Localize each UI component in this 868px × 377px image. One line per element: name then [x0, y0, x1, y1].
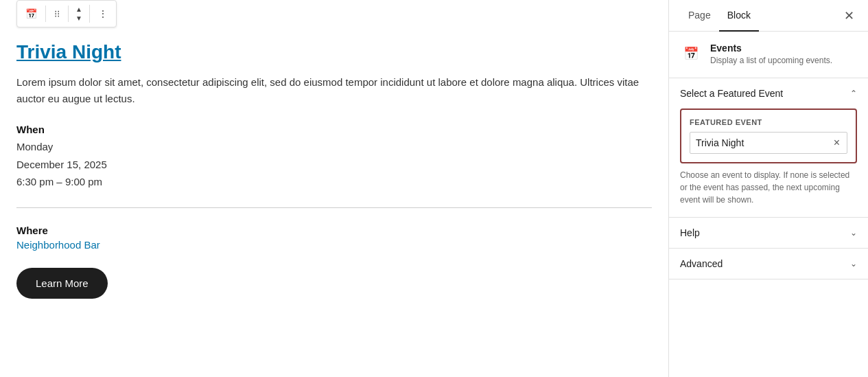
toolbar-group-arrows: ▲ ▼ [69, 5, 90, 23]
featured-event-label: FEATURED EVENT [690, 118, 847, 126]
featured-event-hint: Choose an event to display. If none is s… [680, 169, 857, 206]
featured-event-section-title: Select a Featured Event [680, 88, 783, 99]
featured-event-content: FEATURED EVENT × Choose an event to disp… [669, 108, 868, 217]
when-label: When [16, 124, 652, 135]
section-divider [16, 207, 652, 208]
event-day: Monday [16, 138, 652, 156]
event-time: 6:30 pm – 9:00 pm [16, 173, 652, 191]
calendar-icon-button[interactable]: 📅 [21, 5, 41, 22]
toolbar-group-calendar: 📅 [17, 5, 46, 22]
location-link[interactable]: Neighborhood Bar [16, 239, 100, 251]
featured-event-accordion: Select a Featured Event ⌃ FEATURED EVENT… [669, 78, 868, 218]
featured-event-chevron-up-icon: ⌃ [850, 89, 857, 98]
help-chevron-down-icon: ⌄ [850, 228, 857, 238]
block-name: Events [710, 43, 832, 54]
events-block-icon: 📅 [680, 43, 702, 65]
tab-block[interactable]: Block [719, 0, 759, 32]
event-title[interactable]: Trivia Night [16, 41, 652, 63]
block-toolbar: 📅 ⁝⁝ ▲ ▼ ⋮ [16, 0, 117, 27]
where-label: Where [16, 225, 652, 236]
event-where-section: Where Neighborhood Bar [16, 225, 652, 251]
grid-icon: ⁝⁝ [54, 8, 60, 19]
panel-tabs: Page Block ✕ [669, 0, 868, 32]
sidebar-panel: Page Block ✕ 📅 Events Display a list of … [669, 0, 868, 377]
arrow-controls: ▲ ▼ [73, 5, 85, 23]
advanced-accordion: Advanced ⌄ [669, 249, 868, 279]
learn-more-button[interactable]: Learn More [16, 268, 108, 299]
featured-event-input[interactable] [696, 137, 832, 148]
toolbar-group-grid: ⁝⁝ [46, 5, 69, 22]
event-when-section: When Monday December 15, 2025 6:30 pm – … [16, 124, 652, 191]
block-info-section: 📅 Events Display a list of upcoming even… [669, 32, 868, 78]
tab-page[interactable]: Page [680, 0, 719, 32]
event-description: Lorem ipsum dolor sit amet, consectetur … [16, 74, 652, 107]
help-section-title: Help [680, 227, 700, 238]
featured-event-box: FEATURED EVENT × [680, 108, 857, 163]
featured-event-input-row: × [690, 132, 847, 154]
toolbar-group-more: ⋮ [90, 5, 116, 22]
help-accordion: Help ⌄ [669, 218, 868, 249]
close-panel-button[interactable]: ✕ [841, 5, 857, 26]
featured-event-clear-button[interactable]: × [832, 137, 841, 149]
more-icon: ⋮ [98, 8, 108, 19]
more-options-button[interactable]: ⋮ [94, 5, 112, 22]
event-date: December 15, 2025 [16, 156, 652, 174]
calendar-icon: 📅 [25, 8, 37, 19]
help-accordion-header[interactable]: Help ⌄ [669, 218, 868, 248]
advanced-accordion-header[interactable]: Advanced ⌄ [669, 249, 868, 279]
move-up-button[interactable]: ▲ [73, 5, 85, 14]
advanced-section-title: Advanced [680, 258, 723, 269]
grid-icon-button[interactable]: ⁝⁝ [50, 5, 64, 22]
block-desc: Display a list of upcoming events. [710, 55, 832, 67]
move-down-button[interactable]: ▼ [73, 14, 85, 23]
advanced-chevron-down-icon: ⌄ [850, 259, 857, 269]
featured-event-accordion-header[interactable]: Select a Featured Event ⌃ [669, 78, 868, 108]
block-info-text: Events Display a list of upcoming events… [710, 43, 832, 67]
editor-canvas: 📅 ⁝⁝ ▲ ▼ ⋮ Trivia Night Lorem ipsum dolo… [0, 0, 669, 377]
